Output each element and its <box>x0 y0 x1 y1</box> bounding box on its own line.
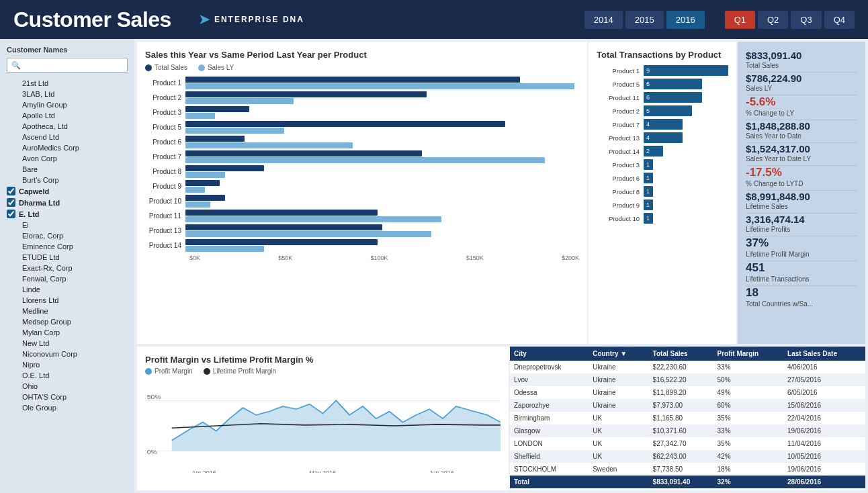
table-cell: 19/06/2016 <box>783 463 865 476</box>
customer-item[interactable]: ETUDE Ltd <box>7 252 128 263</box>
profit-dot <box>145 368 152 375</box>
tx-label: Product 11 <box>597 94 644 101</box>
stat-value: $8,991,848.90 <box>746 191 857 202</box>
tx-label: Product 3 <box>597 161 644 169</box>
legend-total-sales: Total Sales <box>145 64 187 71</box>
customer-item[interactable]: 21st Ltd <box>7 78 128 89</box>
table-total-row: Total$833,091.4032%28/06/2016 <box>510 476 865 488</box>
bar-ly <box>185 246 264 252</box>
customer-item[interactable]: AuroMedics Corp <box>7 142 128 153</box>
bar-group <box>185 136 579 148</box>
q2-button[interactable]: Q2 <box>758 11 788 29</box>
customer-item[interactable]: Mylan Corp <box>7 327 128 338</box>
year-2014-button[interactable]: 2014 <box>584 11 623 29</box>
customer-item[interactable]: 3LAB, Ltd <box>7 89 128 99</box>
customer-item[interactable]: Llorens Ltd <box>7 295 128 306</box>
customer-item[interactable]: Ascend Ltd <box>7 132 128 142</box>
customer-item[interactable]: Apollo Ltd <box>7 110 128 121</box>
profit-panel: Profit Margin vs Lifetime Profit Margin … <box>137 347 509 490</box>
bar-row: Product 8 <box>145 165 579 178</box>
stat-value: -17.5% <box>746 166 857 179</box>
customer-checkbox[interactable] <box>7 210 15 218</box>
tx-value: 6 <box>644 94 652 101</box>
customer-item[interactable]: Niconovum Corp <box>7 349 128 359</box>
bar-row: Product 3 <box>145 106 579 119</box>
customer-item[interactable]: O.E. Ltd <box>7 370 128 381</box>
customer-item[interactable]: Elorac, Corp <box>7 230 128 241</box>
customer-item[interactable]: Burt's Corp <box>7 175 128 185</box>
customer-name: Bare <box>22 165 38 173</box>
customer-item[interactable]: Exact-Rx, Corp <box>7 263 128 273</box>
legend-dot-ly <box>198 64 205 71</box>
year-2015-button[interactable]: 2015 <box>625 11 664 29</box>
table-cell: UK <box>589 437 648 450</box>
customer-item[interactable]: Fenwal, Corp <box>7 273 128 284</box>
x-label-2: $100K <box>370 255 388 261</box>
sidebar: Customer Names 21st Ltd3LAB, LtdAmylin G… <box>0 39 134 493</box>
customer-item[interactable]: Medline <box>7 306 128 316</box>
bar-chart-panel: Sales this Year vs Same Period Last Year… <box>137 42 587 344</box>
page-title: Customer Sales <box>13 7 171 32</box>
customer-item[interactable]: Ohio <box>7 381 128 392</box>
tx-value: 1 <box>644 161 652 168</box>
tx-row: Product 61 <box>597 173 728 183</box>
customer-item[interactable]: Nipro <box>7 359 128 370</box>
customer-item[interactable]: Eminence Corp <box>7 241 128 252</box>
customer-item[interactable]: Dharma Ltd <box>7 197 128 208</box>
bar-group <box>185 180 579 193</box>
search-input[interactable] <box>7 58 128 73</box>
bar-label: Product 6 <box>145 138 185 146</box>
lifetime-label: Lifetime Profit Margin <box>213 367 276 375</box>
bar-ly <box>185 83 574 89</box>
bar-ly <box>185 157 545 163</box>
tx-row: Product 25 <box>597 105 728 116</box>
table-cell: $10,371.60 <box>649 424 713 437</box>
customer-item[interactable]: E. Ltd <box>7 208 128 220</box>
customer-item[interactable]: Amylin Group <box>7 99 128 110</box>
customer-name: Fenwal, Corp <box>22 275 66 283</box>
customer-checkbox[interactable] <box>7 198 15 207</box>
customer-item[interactable]: Bare <box>7 164 128 175</box>
bar-current <box>185 224 382 230</box>
customer-name: Ole Group <box>22 404 56 412</box>
table-row: SheffieldUK$62,243.0042%10/05/2016 <box>510 450 865 463</box>
q1-button[interactable]: Q1 <box>725 11 755 29</box>
customer-item[interactable]: Linde <box>7 284 128 295</box>
table-row: LONDONUK$27,342.7035%11/04/2016 <box>510 437 865 450</box>
customer-item[interactable]: Avon Corp <box>7 153 128 164</box>
customer-item[interactable]: Ole Group <box>7 402 128 413</box>
table-header-row: City Country ▼ Total Sales Profit Margin… <box>510 347 865 361</box>
q3-button[interactable]: Q3 <box>791 11 821 29</box>
customer-item[interactable]: Capweld <box>7 185 128 197</box>
bar-label: Product 13 <box>145 227 185 234</box>
customer-item[interactable]: OHTA'S Corp <box>7 392 128 402</box>
profit-chart: 50% 0% Apr 2016 May 2016 Jun 2016 <box>145 379 501 473</box>
customer-item[interactable]: Medsep Group <box>7 316 128 327</box>
table-row: OdessaUkraine$11,899.2049%6/05/2016 <box>510 386 865 399</box>
customer-name: Elorac, Corp <box>22 232 63 240</box>
bar-row: Product 2 <box>145 91 579 104</box>
q4-button[interactable]: Q4 <box>824 11 855 29</box>
tx-row: Product 142 <box>597 146 728 156</box>
tx-value: 2 <box>644 148 652 154</box>
customer-item[interactable]: New Ltd <box>7 338 128 349</box>
table-panel: City Country ▼ Total Sales Profit Margin… <box>510 347 865 490</box>
customer-name: 21st Ltd <box>22 79 48 87</box>
logo: ➤ ENTERPRISE DNA <box>198 11 304 28</box>
customer-name: Medline <box>22 307 48 315</box>
bar-current <box>185 106 249 112</box>
table-cell: 27/05/2016 <box>783 373 865 386</box>
customer-item[interactable]: Ei <box>7 220 128 230</box>
table-cell: $7,738.50 <box>649 463 713 476</box>
tx-label: Product 14 <box>597 148 644 155</box>
bar-label: Product 14 <box>145 242 185 249</box>
year-2016-button[interactable]: 2016 <box>666 11 705 29</box>
table-cell: Lvov <box>510 373 589 386</box>
transactions-chart: Product 19Product 56Product 116Product 2… <box>597 65 728 224</box>
table-cell: Ukraine <box>589 373 648 386</box>
customer-item[interactable]: Apotheca, Ltd <box>7 121 128 132</box>
customer-checkbox[interactable] <box>7 187 15 195</box>
logo-icon: ➤ <box>198 11 210 28</box>
customer-name: Exact-Rx, Corp <box>22 264 73 272</box>
stat-item: $786,224.90Sales LY <box>746 73 857 95</box>
